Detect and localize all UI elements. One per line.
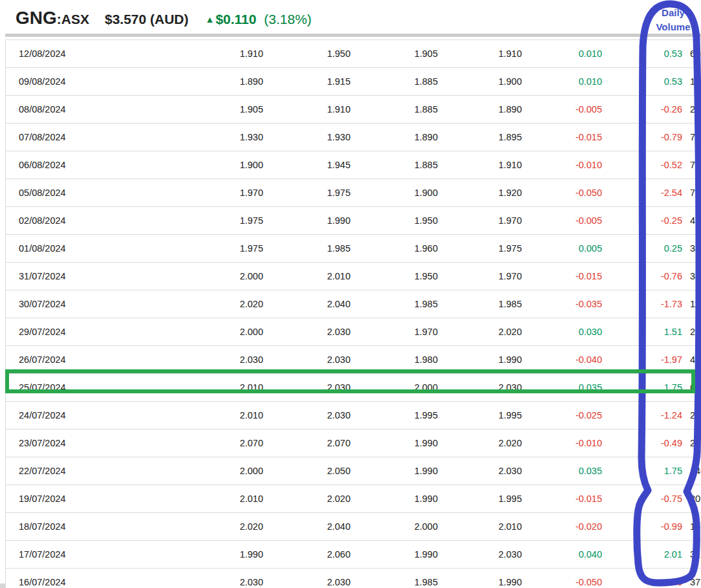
cell-low: 1.985 <box>358 299 446 309</box>
cell-high: 2.040 <box>271 521 358 532</box>
cell-volume: 238,881 <box>690 327 701 337</box>
cell-change-percent: -1.24 <box>610 410 690 420</box>
table-row: 18/07/20242.0202.0402.0002.010-0.020-0.9… <box>6 512 701 540</box>
cell-date: 08/08/2024 <box>6 104 183 114</box>
cell-low: 1.970 <box>358 327 446 337</box>
cell-change: 0.030 <box>530 327 610 337</box>
table-row: 31/07/20242.0002.0101.9501.970-0.015-0.7… <box>6 262 701 290</box>
cell-volume: 140,216 <box>690 466 701 476</box>
cell-change: 0.035 <box>530 466 610 476</box>
cell-open: 1.890 <box>183 76 271 87</box>
cell-low: 1.885 <box>358 160 446 170</box>
cell-change-percent: 0.25 <box>610 243 690 254</box>
cell-low: 1.950 <box>358 215 446 226</box>
cell-high: 2.030 <box>271 410 358 420</box>
last-price: $3.570 (AUD) <box>105 12 189 27</box>
cell-change-percent: -0.49 <box>610 438 690 448</box>
cell-volume: 479,914 <box>690 215 701 226</box>
cell-close: 1.985 <box>446 299 530 309</box>
cell-date: 01/08/2024 <box>6 243 183 254</box>
cell-change: 0.040 <box>530 549 610 560</box>
cell-date: 06/08/2024 <box>6 160 183 170</box>
cell-date: 09/08/2024 <box>6 76 183 87</box>
cell-change: -0.020 <box>530 521 610 532</box>
cell-change: 0.010 <box>530 76 610 87</box>
cell-open: 1.990 <box>183 549 271 560</box>
table-row: 26/07/20242.0302.0301.9801.990-0.040-1.9… <box>6 345 701 373</box>
cell-open: 1.910 <box>183 49 271 59</box>
cell-close: 1.890 <box>446 104 530 114</box>
cell-change: -0.010 <box>530 438 610 448</box>
cell-high: 1.985 <box>271 243 358 254</box>
cell-volume: 776,302 <box>690 132 701 142</box>
cell-change: -0.015 <box>530 271 610 281</box>
cell-change-percent: 0.53 <box>610 76 690 87</box>
cell-high: 1.910 <box>271 104 358 114</box>
cell-date: 19/07/2024 <box>6 494 183 504</box>
cell-volume: 379,789 <box>690 577 701 587</box>
cell-open: 1.975 <box>183 215 271 226</box>
cell-open: 2.030 <box>183 577 271 587</box>
cell-close: 1.995 <box>446 410 530 420</box>
cell-close: 2.030 <box>446 549 530 560</box>
cell-change-percent: -0.75 <box>610 494 690 504</box>
cell-volume: 316,766 <box>690 549 701 560</box>
table-row: 17/07/20241.9902.0601.9902.0300.0402.013… <box>6 540 701 568</box>
table-row: 02/08/20241.9751.9901.9501.970-0.005-0.2… <box>6 206 701 234</box>
cell-close: 1.975 <box>446 243 530 254</box>
cell-open: 2.020 <box>183 521 271 532</box>
cell-low: 1.900 <box>358 188 446 198</box>
cell-high: 1.945 <box>271 160 358 170</box>
cell-low: 1.990 <box>358 549 446 560</box>
cell-date: 25/07/2024 <box>6 382 183 393</box>
cell-close: 1.990 <box>446 354 530 365</box>
table-row: 30/07/20242.0202.0401.9851.985-0.035-1.7… <box>6 290 701 318</box>
price-history-table: 12/08/20241.9101.9501.9051.9100.0100.536… <box>5 39 701 588</box>
cell-change-percent: 1.75 <box>610 466 690 476</box>
cell-change-percent: -0.52 <box>610 160 690 170</box>
cell-open: 1.930 <box>183 132 271 142</box>
cell-high: 2.020 <box>271 494 358 504</box>
cell-high: 2.030 <box>271 382 358 393</box>
cell-open: 2.020 <box>183 299 271 309</box>
cell-change-percent: 2.01 <box>610 549 690 560</box>
cell-change-percent: -0.26 <box>610 104 690 114</box>
table-row: 01/08/20241.9751.9851.9601.9750.0050.253… <box>6 234 701 262</box>
cell-volume: 630,104 <box>690 49 701 59</box>
cell-open: 2.000 <box>183 466 271 476</box>
cell-high: 1.975 <box>271 188 358 198</box>
cell-change-percent: -0.76 <box>610 271 690 281</box>
cell-date: 02/08/2024 <box>6 215 183 226</box>
cell-low: 1.960 <box>358 243 446 254</box>
cell-high: 2.030 <box>271 577 358 587</box>
cell-close: 1.920 <box>446 188 530 198</box>
cell-volume: 331,376 <box>690 271 701 281</box>
table-row: 23/07/20242.0702.0701.9902.020-0.010-0.4… <box>6 429 701 457</box>
cell-close: 1.910 <box>446 160 530 170</box>
cell-close: 1.970 <box>446 215 530 226</box>
cell-high: 2.040 <box>271 299 358 309</box>
cell-high: 2.030 <box>271 354 358 365</box>
table-row: 22/07/20242.0002.0501.9902.0300.0351.751… <box>6 457 701 485</box>
cell-close: 2.020 <box>446 327 530 337</box>
cell-close: 2.020 <box>446 438 530 448</box>
table-row: 24/07/20242.0102.0301.9951.995-0.025-1.2… <box>6 401 701 429</box>
cell-close: 1.895 <box>446 132 530 142</box>
cell-change: -0.040 <box>530 354 610 365</box>
cell-high: 2.050 <box>271 466 358 476</box>
table-row: 19/07/20242.0102.0201.9901.995-0.015-0.7… <box>6 485 701 512</box>
cell-low: 1.990 <box>358 438 446 448</box>
cell-change: -0.035 <box>530 299 610 309</box>
cell-change-percent: -0.99 <box>610 521 690 532</box>
table-row: 25/07/20242.0102.0302.0002.0300.0351.756… <box>6 373 701 401</box>
cell-volume: 167,761 <box>690 521 701 532</box>
cell-volume: 6,794,321 <box>690 382 701 393</box>
cell-low: 1.990 <box>358 466 446 476</box>
cell-close: 1.990 <box>446 577 530 587</box>
cell-high: 1.950 <box>271 49 358 59</box>
cell-change: -0.015 <box>530 132 610 142</box>
cell-change: 0.010 <box>530 49 610 59</box>
cell-low: 1.980 <box>358 354 446 365</box>
change-value: $0.110 <box>215 12 256 27</box>
cell-date: 12/08/2024 <box>6 49 183 59</box>
